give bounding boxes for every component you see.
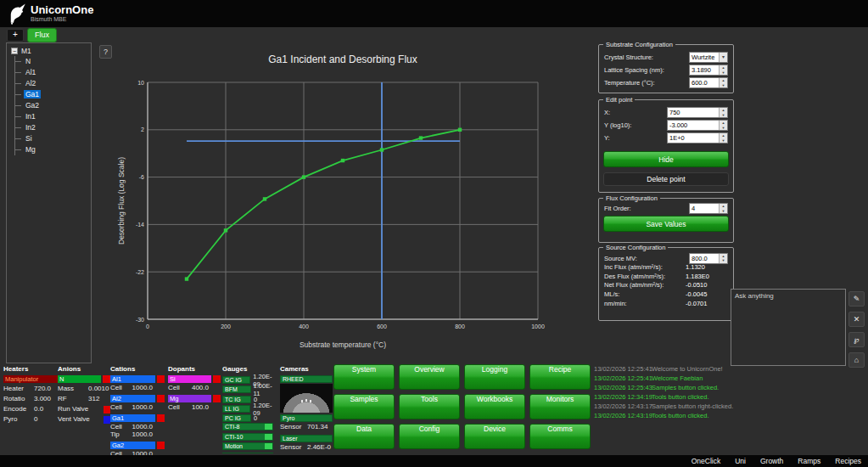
tree-root-m1[interactable]: −M1: [11, 46, 91, 56]
add-tab-button[interactable]: +: [7, 29, 24, 42]
svg-text:-6: -6: [139, 174, 144, 180]
spin-down-icon[interactable]: ▼: [720, 83, 727, 88]
rheed-image[interactable]: [280, 384, 333, 413]
log-time: 13/02/2026 12:25:41: [594, 364, 652, 374]
gauge-bar-motion[interactable]: Motion: [222, 442, 273, 450]
substrate-temperature-spinner[interactable]: 600.0▲▼: [689, 77, 728, 88]
tree-item-al2[interactable]: Al2: [15, 78, 91, 89]
gauge-bar-cti-10[interactable]: CTI-10: [222, 433, 273, 441]
footer-link-oneclick[interactable]: OneClick: [692, 457, 720, 465]
anions-title: Anions: [58, 363, 110, 375]
tree-item-al1[interactable]: Al1: [15, 67, 91, 78]
tree-item-mg[interactable]: Mg: [15, 144, 91, 155]
device-al2-bar-label: Al2: [110, 395, 155, 402]
log-time: 13/02/2026 12:43:19: [594, 411, 652, 420]
delete-point-button[interactable]: Delete point: [603, 172, 729, 186]
help-button[interactable]: ?: [99, 45, 112, 59]
tab-flux[interactable]: Flux: [27, 28, 57, 42]
point-y-spinner[interactable]: 1E+0▲▼: [667, 132, 728, 143]
save-values-button[interactable]: Save Values: [603, 216, 729, 232]
fit-order-spinner[interactable]: 4 ▲▼: [689, 203, 728, 214]
cameras-title: Cameras: [280, 363, 334, 375]
laser-camera-label[interactable]: Laser: [280, 435, 333, 442]
spin-down-icon[interactable]: ▼: [720, 209, 727, 214]
navigation-grid: SystemOverviewLoggingRecipeSamplesToolsW…: [333, 364, 591, 449]
flux-chart[interactable]: 02004006008001000102-6-14-22-30Ga1 Incid…: [115, 41, 591, 363]
point-y-label: Y:: [604, 134, 667, 142]
nav-monitors-button[interactable]: Monitors: [529, 394, 591, 419]
unicornone-app: UnicornOne Bismuth MBE + Flux −M1NAl1Al2…: [0, 0, 868, 467]
panel-source-configuration: Source Configuration Source MV: 800.0 ▲▼…: [598, 247, 734, 321]
device-al2-bar: Al2: [110, 395, 165, 402]
pyro-camera-label[interactable]: Pyro: [280, 414, 333, 422]
gauge-label: GC IG: [222, 376, 250, 384]
nav-recipe-button[interactable]: Recipe: [529, 364, 591, 390]
valve-row: Run Valve: [58, 404, 110, 414]
nav-system-button[interactable]: System: [333, 364, 395, 390]
collapse-icon[interactable]: −: [11, 48, 18, 54]
device-value-row: Tip1000.0: [110, 430, 165, 438]
source-mv-spinner[interactable]: 800.0 ▲▼: [689, 253, 728, 264]
lattice-spacing-spinner[interactable]: 3.1890▲▼: [689, 65, 728, 76]
chat-edit-icon-button[interactable]: ✎: [848, 291, 865, 307]
nav-workbooks-button[interactable]: Workbooks: [464, 394, 525, 419]
footer-link-recipes[interactable]: Recipes: [835, 457, 861, 465]
rheed-camera-label[interactable]: RHEED: [280, 375, 333, 383]
tree-item-ga1[interactable]: Ga1: [15, 89, 91, 100]
nav-config-button[interactable]: Config: [399, 424, 460, 449]
valve-indicator: [104, 406, 110, 414]
nav-comms-button[interactable]: Comms: [529, 424, 591, 449]
gauge-bar-cti-8[interactable]: CTI-8: [222, 423, 273, 430]
nav-logging-button[interactable]: Logging: [464, 364, 525, 390]
home-icon: ⌂: [854, 356, 859, 364]
point-y-log10-spinner[interactable]: -3.000▲▼: [667, 120, 728, 131]
tree-item-in1[interactable]: In1: [15, 111, 91, 122]
status-indicator: [157, 414, 165, 422]
device-value-row: Cell1000.0: [110, 403, 165, 411]
spin-down-icon[interactable]: ▼: [720, 113, 727, 118]
spin-down-icon[interactable]: ▼: [720, 70, 727, 76]
device-ga1-bar: Ga1: [110, 414, 165, 422]
point-y-log10-label: Y (log10):: [604, 121, 667, 129]
valve-row: Vent Valve: [58, 414, 110, 425]
crystal-structure-label: Crystal Structure:: [604, 53, 689, 61]
hide-button[interactable]: Hide: [603, 151, 729, 167]
log-entry: 13/02/2026 12:25:41Welcome Faebian: [594, 374, 865, 383]
log-time: 13/02/2026 12:43:17: [594, 402, 652, 411]
log-message: Samples button right-clicked.: [652, 402, 733, 411]
svg-text:-30: -30: [136, 317, 144, 323]
footer-link-growth[interactable]: Growth: [760, 457, 783, 465]
nav-data-button[interactable]: Data: [333, 424, 395, 449]
point-x-spinner[interactable]: 750▲▼: [667, 107, 728, 118]
nav-tools-button[interactable]: Tools: [399, 394, 460, 419]
log-message: Tools button clicked.: [652, 392, 709, 402]
tree-item-ga2[interactable]: Ga2: [15, 100, 91, 111]
spin-down-icon[interactable]: ▼: [720, 138, 727, 143]
gauge-bar-coolant[interactable]: Coolant: [222, 453, 273, 453]
dropdown-arrow-icon[interactable]: ▾: [720, 53, 727, 62]
footer-link-uni[interactable]: Uni: [735, 457, 746, 465]
app-header: UnicornOne Bismuth MBE: [0, 0, 868, 27]
footer-link-ramps[interactable]: Ramps: [798, 457, 820, 465]
cations-col-title: Cations: [110, 363, 165, 375]
nav-device-button[interactable]: Device: [464, 424, 525, 449]
spin-down-icon[interactable]: ▼: [720, 258, 727, 263]
anion-row: RF312: [58, 394, 110, 404]
nav-samples-button[interactable]: Samples: [333, 394, 395, 419]
chat-close-icon-button[interactable]: ✕: [848, 312, 865, 327]
spin-down-icon[interactable]: ▼: [720, 126, 727, 131]
device-value-row: Cell100.0: [168, 403, 221, 411]
device-ga2-bar: Ga2: [110, 442, 165, 449]
tree-root-label: M1: [21, 47, 31, 55]
chat-search-icon-button[interactable]: ℘: [848, 332, 865, 347]
tree-item-n[interactable]: N: [15, 56, 91, 67]
nav-overview-button[interactable]: Overview: [399, 364, 460, 390]
crystal-structure-select[interactable]: Wurtzite▾: [689, 52, 728, 63]
gauge-value: 0: [254, 414, 257, 422]
tree-item-si[interactable]: Si: [15, 133, 91, 144]
ask-anything-input[interactable]: [731, 289, 846, 366]
status-indicator: [103, 375, 110, 383]
dopants-column: DopantsSiCell400.0MgCell100.0: [168, 363, 221, 414]
tree-item-in2[interactable]: In2: [15, 122, 91, 133]
device-n: N: [58, 375, 110, 383]
